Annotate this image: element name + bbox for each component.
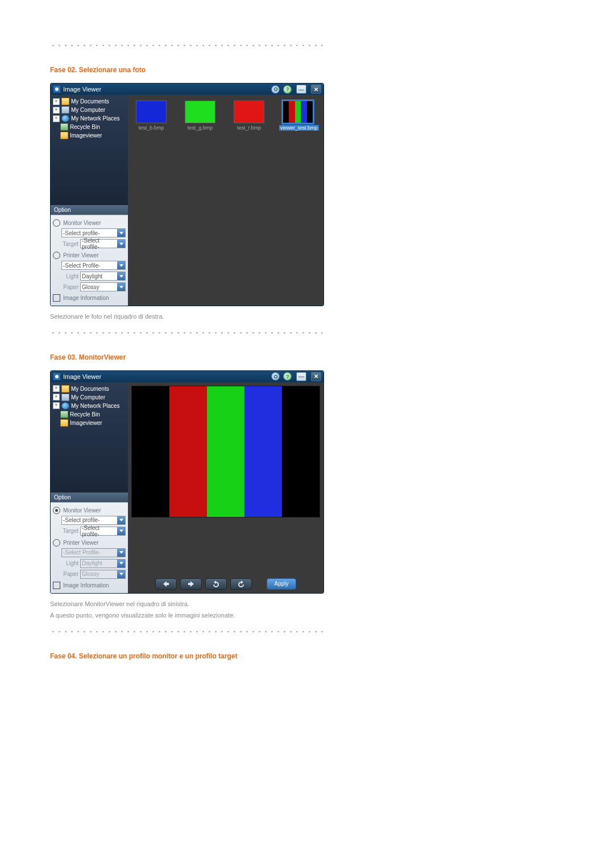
section-02-caption: Selezionare le foto nel riquadro di dest… xyxy=(50,312,614,322)
settings-icon[interactable] xyxy=(271,372,280,381)
section-03-caption-2: A questo punto, vengono visualizzate sol… xyxy=(50,611,614,620)
app-icon xyxy=(53,86,60,93)
target-profile-select[interactable]: -Select profile- xyxy=(80,239,126,248)
option-panel: Monitor Viewer -Select profile- Target -… xyxy=(51,502,128,593)
preview-toolbar: Apply xyxy=(128,578,323,590)
chevron-down-icon xyxy=(117,240,125,248)
image-information-check[interactable]: Image Information xyxy=(53,294,126,302)
target-label: Target xyxy=(61,528,78,534)
help-icon[interactable]: ? xyxy=(283,372,292,381)
light-label: Light xyxy=(61,273,78,279)
prev-button[interactable] xyxy=(155,578,177,590)
printer-profile-select-disabled: -Select Profile- xyxy=(61,548,126,557)
network-icon xyxy=(61,402,69,410)
rotate-right-button[interactable] xyxy=(230,578,252,590)
monitor-profile-select[interactable]: -Select profile- xyxy=(61,516,126,525)
chevron-down-icon xyxy=(117,261,125,269)
minimize-button[interactable]: — xyxy=(296,85,306,94)
option-header: Option xyxy=(51,493,128,502)
tree-my-documents[interactable]: +My Documents xyxy=(53,97,126,106)
app-title: Image Viewer xyxy=(63,373,101,380)
tree-recycle-bin[interactable]: Recycle Bin xyxy=(53,410,126,419)
tree-network-places[interactable]: +My Network Places xyxy=(53,402,126,410)
app-title: Image Viewer xyxy=(63,86,101,93)
target-profile-select[interactable]: -Select profile- xyxy=(80,527,126,536)
tree-my-computer[interactable]: +My Computer xyxy=(53,393,126,402)
chevron-down-icon xyxy=(117,560,125,567)
image-viewer-window-preview: Image Viewer ? — ✕ +My Documents +My Com… xyxy=(50,370,324,594)
tree-my-documents[interactable]: +My Documents xyxy=(53,385,126,393)
option-panel: Monitor Viewer -Select profile- Target -… xyxy=(51,215,128,306)
chevron-down-icon xyxy=(117,516,125,524)
color-bars-icon xyxy=(283,101,313,123)
divider xyxy=(50,44,323,47)
folder-icon xyxy=(61,98,69,105)
light-select[interactable]: Daylight xyxy=(80,272,126,281)
monitor-viewer-radio[interactable]: Monitor Viewer xyxy=(53,219,126,227)
tree-network-places[interactable]: +My Network Places xyxy=(53,114,126,123)
paper-select-disabled: Glossy xyxy=(80,570,126,579)
computer-icon xyxy=(61,394,69,401)
chevron-down-icon xyxy=(117,570,125,578)
thumb-test-r[interactable]: test_r.bmp xyxy=(230,101,268,131)
image-preview xyxy=(131,386,320,518)
light-select-disabled: Daylight xyxy=(80,559,126,568)
chevron-down-icon xyxy=(117,549,125,557)
titlebar[interactable]: Image Viewer ? — ✕ xyxy=(51,371,323,382)
color-bars-icon xyxy=(132,386,320,517)
apply-button[interactable]: Apply xyxy=(267,578,296,590)
target-label: Target xyxy=(61,241,78,247)
folder-icon xyxy=(60,132,68,139)
titlebar[interactable]: Image Viewer ? — ✕ xyxy=(51,84,323,95)
light-label: Light xyxy=(61,560,78,566)
settings-icon[interactable] xyxy=(271,85,280,94)
tree-imageviewer[interactable]: Imageviewer xyxy=(53,131,126,140)
close-button[interactable]: ✕ xyxy=(311,372,321,381)
minimize-button[interactable]: — xyxy=(296,372,306,381)
thumb-test-g[interactable]: test_g.bmp xyxy=(181,101,219,131)
paper-label: Paper xyxy=(61,571,78,577)
paper-label: Paper xyxy=(61,284,78,290)
thumbnail-grid: test_b.bmp test_g.bmp test_r.bmp viewer_… xyxy=(128,95,323,136)
image-viewer-window-thumbs: Image Viewer ? — ✕ +My Documents +My Com… xyxy=(50,83,324,306)
thumb-viewer-test-selected[interactable]: viewer_test.bmp xyxy=(279,101,317,131)
tree-imageviewer[interactable]: Imageviewer xyxy=(53,419,126,427)
network-icon xyxy=(61,115,69,122)
section-04-title: Fase 04. Selezionare un profilo monitor … xyxy=(50,652,614,660)
option-header: Option xyxy=(51,205,128,215)
divider xyxy=(50,332,323,334)
recycle-icon xyxy=(60,411,68,418)
svg-point-4 xyxy=(55,375,59,378)
tree-my-computer[interactable]: +My Computer xyxy=(53,106,126,114)
folder-icon xyxy=(61,385,69,393)
app-icon xyxy=(53,373,60,380)
printer-viewer-radio[interactable]: Printer Viewer xyxy=(53,539,126,546)
rotate-left-button[interactable] xyxy=(205,578,227,590)
paper-select[interactable]: Glossy xyxy=(80,282,126,291)
divider xyxy=(50,631,323,633)
tree-recycle-bin[interactable]: Recycle Bin xyxy=(53,123,126,131)
section-03-title: Fase 03. MonitorViewer xyxy=(50,353,614,361)
next-button[interactable] xyxy=(180,578,202,590)
folder-icon xyxy=(60,419,68,427)
thumb-test-b[interactable]: test_b.bmp xyxy=(132,101,170,131)
computer-icon xyxy=(61,106,69,114)
svg-point-1 xyxy=(55,87,59,91)
recycle-icon xyxy=(60,123,68,131)
chevron-down-icon xyxy=(117,272,125,280)
help-icon[interactable]: ? xyxy=(283,85,292,94)
chevron-down-icon xyxy=(117,229,125,237)
monitor-viewer-radio[interactable]: Monitor Viewer xyxy=(53,507,126,514)
image-information-check[interactable]: Image Information xyxy=(53,582,126,589)
printer-viewer-radio[interactable]: Printer Viewer xyxy=(53,252,126,259)
folder-tree[interactable]: +My Documents +My Computer +My Network P… xyxy=(51,95,128,205)
monitor-profile-select[interactable]: -Select profile- xyxy=(61,228,126,237)
printer-profile-select[interactable]: -Select Profile- xyxy=(61,261,126,270)
chevron-down-icon xyxy=(117,283,125,291)
section-02-title: Fase 02. Selezionare una foto xyxy=(50,66,614,74)
folder-tree[interactable]: +My Documents +My Computer +My Network P… xyxy=(51,382,128,493)
section-03-caption-1: Selezionare MonitorViewer nel riquadro d… xyxy=(50,599,614,609)
chevron-down-icon xyxy=(117,527,125,535)
close-button[interactable]: ✕ xyxy=(311,85,321,94)
